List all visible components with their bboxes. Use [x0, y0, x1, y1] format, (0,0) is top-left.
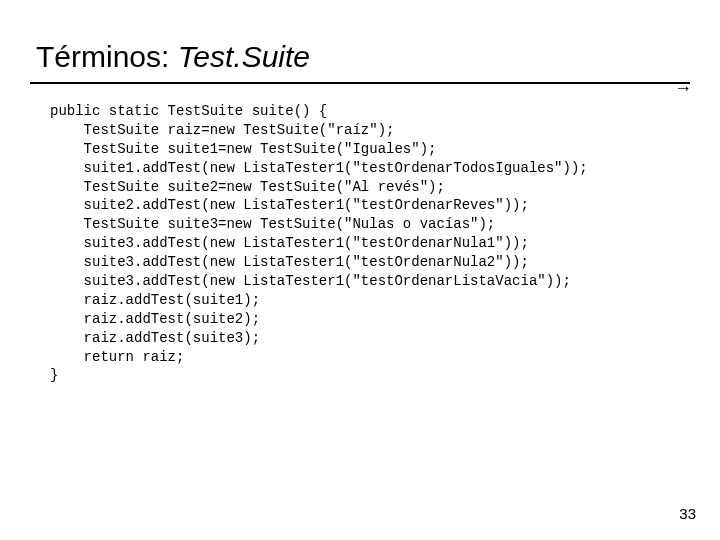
code-line: TestSuite suite2=new TestSuite("Al revés… — [50, 179, 445, 195]
code-line: suite3.addTest(new ListaTester1("testOrd… — [50, 254, 529, 270]
code-block: public static TestSuite suite() { TestSu… — [50, 102, 690, 385]
arrow-right-icon: → — [674, 78, 690, 99]
code-line: TestSuite raiz=new TestSuite("raíz"); — [50, 122, 394, 138]
code-line: suite1.addTest(new ListaTester1("testOrd… — [50, 160, 588, 176]
code-line: raiz.addTest(suite3); — [50, 330, 260, 346]
code-line: raiz.addTest(suite1); — [50, 292, 260, 308]
title-prefix: Términos: — [36, 40, 178, 73]
page-number: 33 — [679, 505, 696, 522]
title-rule — [30, 82, 690, 84]
title-emphasis: Test.Suite — [178, 40, 310, 73]
code-line: suite2.addTest(new ListaTester1("testOrd… — [50, 197, 529, 213]
code-line: return raiz; — [50, 349, 184, 365]
code-line: suite3.addTest(new ListaTester1("testOrd… — [50, 235, 529, 251]
code-line: suite3.addTest(new ListaTester1("testOrd… — [50, 273, 571, 289]
code-line: TestSuite suite3=new TestSuite("Nulas o … — [50, 216, 495, 232]
code-line: public static TestSuite suite() { — [50, 103, 327, 119]
code-line: } — [50, 367, 58, 383]
code-line: TestSuite suite1=new TestSuite("Iguales"… — [50, 141, 436, 157]
slide-title: Términos: Test.Suite — [36, 40, 690, 74]
code-line: raiz.addTest(suite2); — [50, 311, 260, 327]
slide: Términos: Test.Suite → public static Tes… — [0, 0, 720, 540]
